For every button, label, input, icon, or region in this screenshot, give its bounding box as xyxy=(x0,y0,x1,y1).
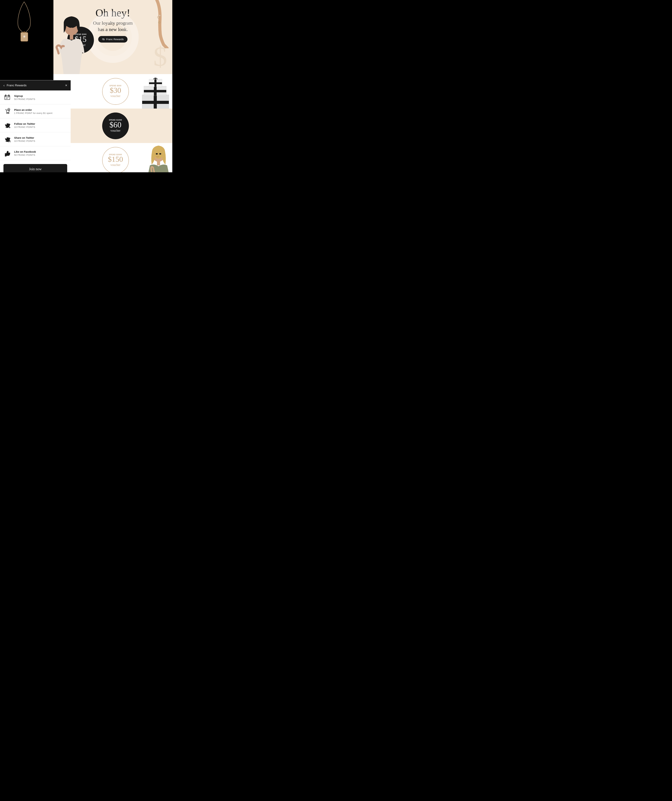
voucher-500-amount: $30 xyxy=(110,87,121,94)
panel-title: Franc Rewards xyxy=(7,84,27,87)
join-button-wrapper: Join now xyxy=(0,160,71,172)
voucher-2000-label: voucher xyxy=(111,163,121,167)
svg-point-31 xyxy=(8,108,10,111)
svg-rect-13 xyxy=(144,90,166,92)
main-banner: Oh hey! Our loyalty programhas a new loo… xyxy=(53,0,172,172)
voucher-500-label: voucher xyxy=(111,94,121,98)
twitter-share-icon xyxy=(3,135,11,143)
bag-icon: 🛍 xyxy=(102,38,105,41)
order-text: Place an order 1 FRANC POINT for every $… xyxy=(14,108,67,114)
rewards-panel: ‹ Franc Rewards × Signup 50 FRANC POINTS xyxy=(0,80,71,172)
panel-header: ‹ Franc Rewards × xyxy=(0,80,71,90)
black-left-region xyxy=(0,0,53,80)
order-name: Place an order xyxy=(14,108,67,111)
tier-row-500: SPEND $500 $30 voucher xyxy=(53,74,172,109)
svg-point-20 xyxy=(156,153,158,154)
twitter-follow-name: Follow on Twitter xyxy=(14,122,67,125)
gift-boxes-decoration xyxy=(140,76,170,109)
voucher-1000: SPEND $1000 $60 voucher xyxy=(102,113,129,139)
badge-label: Franc Rewards xyxy=(106,38,124,41)
tier-row-2000: SPEND $2000 $150 voucher xyxy=(53,143,172,172)
svg-rect-2 xyxy=(24,31,25,33)
reward-order: Place an order 1 FRANC POINT for every $… xyxy=(0,105,71,118)
tier-row-1000: SPEND $1000 $60 voucher xyxy=(53,109,172,143)
join-button[interactable]: Join now xyxy=(3,164,67,172)
svg-point-5 xyxy=(159,15,161,16)
svg-rect-10 xyxy=(142,101,169,104)
svg-point-17 xyxy=(155,78,156,79)
twitter-follow-icon xyxy=(3,121,11,129)
back-button[interactable]: ‹ xyxy=(3,84,5,87)
blonde-woman-image xyxy=(136,144,172,172)
twitter-follow-points: 10 FRANC POINTS xyxy=(14,126,67,129)
svg-point-30 xyxy=(8,113,9,114)
signup-points: 50 FRANC POINTS xyxy=(14,98,67,100)
facebook-like-points: 50 FRANC POINTS xyxy=(14,154,67,156)
facebook-like-text: Like on Facebook 50 FRANC POINTS xyxy=(14,150,67,156)
svg-point-21 xyxy=(159,153,161,154)
svg-point-29 xyxy=(7,113,8,114)
close-button[interactable]: × xyxy=(65,84,67,87)
necklace-decoration xyxy=(7,2,41,47)
svg-rect-19 xyxy=(157,161,160,166)
rewards-badge[interactable]: 🛍 Franc Rewards xyxy=(98,36,127,43)
signup-name: Signup xyxy=(14,95,67,97)
facebook-like-icon xyxy=(3,150,11,157)
voucher-1000-label: voucher xyxy=(111,129,121,132)
twitter-share-points: 10 FRANC POINTS xyxy=(14,140,67,142)
signup-text: Signup 50 FRANC POINTS xyxy=(14,95,67,100)
voucher-2000-amount: $150 xyxy=(108,156,123,163)
voucher-1000-amount: $60 xyxy=(109,121,122,129)
reward-twitter-follow: Follow on Twitter 10 FRANC POINTS xyxy=(0,118,71,132)
twitter-follow-text: Follow on Twitter 10 FRANC POINTS xyxy=(14,122,67,129)
voucher-500: SPEND $500 $30 voucher xyxy=(102,78,129,105)
reward-signup: Signup 50 FRANC POINTS xyxy=(0,90,71,105)
svg-line-38 xyxy=(9,141,10,141)
twitter-share-text: Share on Twitter 10 FRANC POINTS xyxy=(14,136,67,142)
reward-twitter-share: Share on Twitter 10 FRANC POINTS xyxy=(0,132,71,146)
svg-line-39 xyxy=(8,141,9,141)
order-points: 1 FRANC POINT for every $1 spent xyxy=(14,112,67,114)
twitter-share-name: Share on Twitter xyxy=(14,136,67,139)
signup-icon xyxy=(3,93,11,101)
order-icon xyxy=(3,108,11,115)
svg-rect-16 xyxy=(149,82,162,84)
hero-woman-image xyxy=(53,16,90,74)
hero-section: Oh hey! Our loyalty programhas a new loo… xyxy=(53,0,172,74)
voucher-2000: SPEND $2000 $150 voucher xyxy=(102,147,129,172)
facebook-like-name: Like on Facebook xyxy=(14,150,67,153)
reward-facebook-like: Like on Facebook 50 FRANC POINTS xyxy=(0,146,71,160)
